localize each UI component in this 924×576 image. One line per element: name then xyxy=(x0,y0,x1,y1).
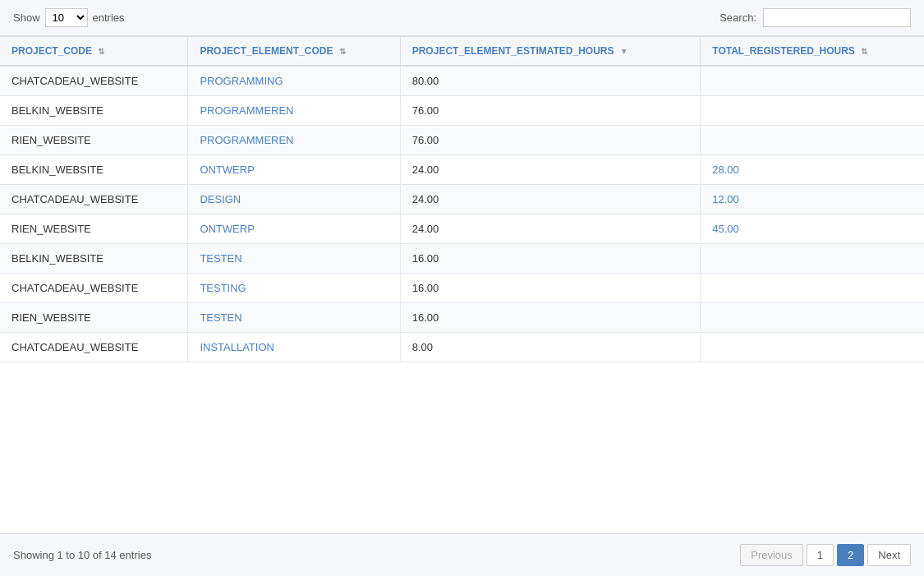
cell-total_registered_hours-4: 12.00 xyxy=(701,185,924,214)
cell-total_registered_hours-5: 45.00 xyxy=(701,214,924,244)
cell-total_registered_hours-6 xyxy=(701,244,924,274)
cell-project_code-0: CHATCADEAU_WEBSITE xyxy=(0,66,188,96)
sort-icon-estimated-hours xyxy=(620,48,628,56)
cell-total_registered_hours-1 xyxy=(701,96,924,126)
col-project-element-code-label: PROJECT_ELEMENT_CODE xyxy=(200,45,333,57)
table-row: RIEN_WEBSITEPROGRAMMEREN76.00 xyxy=(0,126,924,155)
cell-project_code-5: RIEN_WEBSITE xyxy=(0,214,188,244)
cell-project_element_code-8: TESTEN xyxy=(188,303,400,333)
cell-project_element_code-2: PROGRAMMEREN xyxy=(188,126,400,155)
cell-project_code-1: BELKIN_WEBSITE xyxy=(0,96,188,126)
entries-select[interactable]: 102550100 xyxy=(45,8,88,27)
cell-total_registered_hours-3: 28.00 xyxy=(701,155,924,185)
cell-total_registered_hours-8 xyxy=(701,303,924,333)
cell-project_element_estimated_hours-2: 76.00 xyxy=(400,126,701,155)
show-label: Show xyxy=(13,12,40,24)
cell-project_element_estimated_hours-6: 16.00 xyxy=(400,244,701,274)
next-button[interactable]: Next xyxy=(867,544,911,566)
cell-project_element_code-5: ONTWERP xyxy=(188,214,400,244)
cell-project_element_code-7: TESTING xyxy=(188,274,400,303)
cell-project_code-3: BELKIN_WEBSITE xyxy=(0,155,188,185)
cell-project_element_code-4: DESIGN xyxy=(188,185,400,214)
sort-icon-registered-hours xyxy=(861,48,867,56)
cell-project_element_estimated_hours-1: 76.00 xyxy=(400,96,701,126)
col-registered-hours[interactable]: TOTAL_REGISTERED_HOURS xyxy=(701,37,924,67)
table-row: BELKIN_WEBSITETESTEN16.00 xyxy=(0,244,924,274)
cell-total_registered_hours-2 xyxy=(701,126,924,155)
table-row: BELKIN_WEBSITEPROGRAMMEREN76.00 xyxy=(0,96,924,126)
cell-project_element_estimated_hours-5: 24.00 xyxy=(400,214,701,244)
footer-info: Showing 1 to 10 of 14 entries xyxy=(13,549,151,561)
table-container: PROJECT_CODE PROJECT_ELEMENT_CODE PROJEC… xyxy=(0,36,924,533)
col-estimated-hours[interactable]: PROJECT_ELEMENT_ESTIMATED_HOURS xyxy=(400,37,701,67)
table-row: CHATCADEAU_WEBSITEINSTALLATION8.00 xyxy=(0,333,924,362)
footer: Showing 1 to 10 of 14 entries Previous 1… xyxy=(0,533,924,576)
cell-project_element_estimated_hours-3: 24.00 xyxy=(400,155,701,185)
page-2-button[interactable]: 2 xyxy=(837,544,864,566)
show-entries: Show 102550100 entries xyxy=(13,8,125,27)
entries-label: entries xyxy=(93,12,125,24)
search-area: Search: xyxy=(719,8,911,27)
col-project-element-code[interactable]: PROJECT_ELEMENT_CODE xyxy=(188,37,400,67)
table-row: RIEN_WEBSITETESTEN16.00 xyxy=(0,303,924,333)
cell-project_code-6: BELKIN_WEBSITE xyxy=(0,244,188,274)
table-body: CHATCADEAU_WEBSITEPROGRAMMING80.00BELKIN… xyxy=(0,66,924,362)
cell-project_element_code-3: ONTWERP xyxy=(188,155,400,185)
sort-icon-project-element-code xyxy=(339,48,346,56)
table-row: BELKIN_WEBSITEONTWERP24.0028.00 xyxy=(0,155,924,185)
sort-icon-project-code xyxy=(98,48,104,56)
cell-total_registered_hours-0 xyxy=(701,66,924,96)
cell-project_code-9: CHATCADEAU_WEBSITE xyxy=(0,333,188,362)
cell-project_code-2: RIEN_WEBSITE xyxy=(0,126,188,155)
cell-project_element_estimated_hours-4: 24.00 xyxy=(400,185,701,214)
header-row: PROJECT_CODE PROJECT_ELEMENT_CODE PROJEC… xyxy=(0,37,924,67)
search-input[interactable] xyxy=(763,8,911,27)
cell-project_element_estimated_hours-9: 8.00 xyxy=(400,333,701,362)
col-project-code[interactable]: PROJECT_CODE xyxy=(0,37,188,67)
search-label: Search: xyxy=(719,12,756,24)
table-row: RIEN_WEBSITEONTWERP24.0045.00 xyxy=(0,214,924,244)
cell-project_code-8: RIEN_WEBSITE xyxy=(0,303,188,333)
cell-project_element_code-1: PROGRAMMEREN xyxy=(188,96,400,126)
cell-project_element_estimated_hours-8: 16.00 xyxy=(400,303,701,333)
table-row: CHATCADEAU_WEBSITEPROGRAMMING80.00 xyxy=(0,66,924,96)
main-wrapper: Show 102550100 entries Search: PROJECT_C… xyxy=(0,0,924,576)
table-row: CHATCADEAU_WEBSITETESTING16.00 xyxy=(0,274,924,303)
table-header: PROJECT_CODE PROJECT_ELEMENT_CODE PROJEC… xyxy=(0,37,924,67)
cell-project_element_code-6: TESTEN xyxy=(188,244,400,274)
table-row: CHATCADEAU_WEBSITEDESIGN24.0012.00 xyxy=(0,185,924,214)
pagination: Previous 1 2 Next xyxy=(740,544,911,566)
cell-project_code-7: CHATCADEAU_WEBSITE xyxy=(0,274,188,303)
page-1-button[interactable]: 1 xyxy=(807,544,834,566)
cell-project_element_estimated_hours-0: 80.00 xyxy=(400,66,701,96)
cell-project_element_code-0: PROGRAMMING xyxy=(188,66,400,96)
col-registered-hours-label: TOTAL_REGISTERED_HOURS xyxy=(712,45,855,57)
cell-total_registered_hours-9 xyxy=(701,333,924,362)
col-project-code-label: PROJECT_CODE xyxy=(11,45,92,57)
cell-project_element_estimated_hours-7: 16.00 xyxy=(400,274,701,303)
cell-project_element_code-9: INSTALLATION xyxy=(188,333,400,362)
data-table: PROJECT_CODE PROJECT_ELEMENT_CODE PROJEC… xyxy=(0,36,924,362)
cell-total_registered_hours-7 xyxy=(701,274,924,303)
top-controls: Show 102550100 entries Search: xyxy=(0,0,924,36)
cell-project_code-4: CHATCADEAU_WEBSITE xyxy=(0,185,188,214)
col-estimated-hours-label: PROJECT_ELEMENT_ESTIMATED_HOURS xyxy=(412,45,614,57)
previous-button[interactable]: Previous xyxy=(740,544,803,566)
